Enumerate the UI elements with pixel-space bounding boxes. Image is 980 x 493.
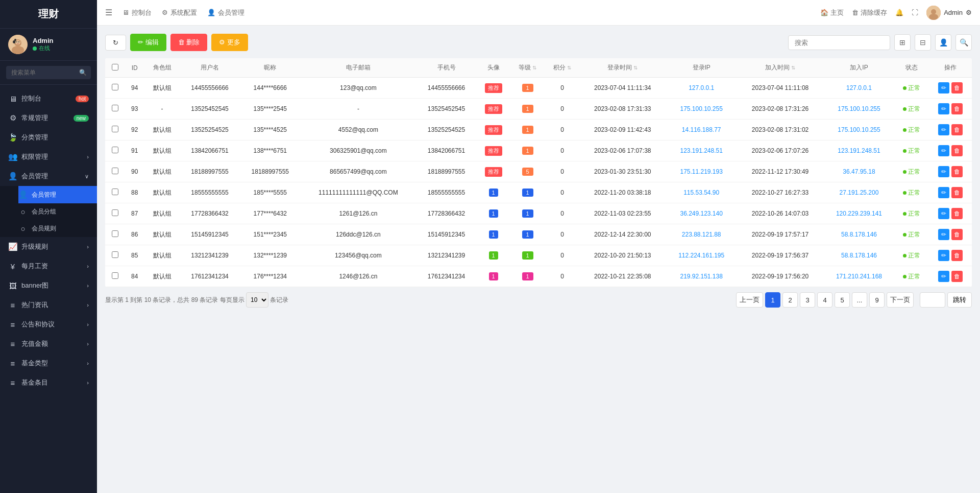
cell-login-ip: 127.0.0.1 (666, 78, 737, 99)
sidebar-item-category[interactable]: 🍃 分类管理 (0, 128, 97, 147)
sidebar-item-upgrade[interactable]: 📈 升级规则 › (0, 237, 97, 256)
row-edit-button[interactable]: ✏ (938, 229, 949, 240)
row-edit-button[interactable]: ✏ (938, 208, 949, 219)
sidebar-item-recharge[interactable]: ≡ 充值金额 › (0, 334, 97, 354)
sidebar-item-dashboard[interactable]: 🖥 控制台 hot (0, 89, 97, 108)
topnav-home-link[interactable]: 🏠 主页 (820, 8, 844, 17)
sidebar-item-member-rule[interactable]: ○ 会员规则 (18, 220, 97, 237)
score-sort-icon[interactable]: ⇅ (567, 65, 571, 71)
join-time-sort-icon[interactable]: ⇅ (791, 65, 795, 71)
page-2-button[interactable]: 2 (782, 292, 798, 308)
clear-cache-icon: 🗑 (852, 9, 859, 16)
cell-phone: 13525254525 (416, 120, 476, 140)
sidebar-item-permission[interactable]: 👥 权限管理 › (0, 147, 97, 167)
cell-action: ✏ 🗑 (928, 140, 972, 161)
row-checkbox[interactable] (112, 147, 118, 153)
cell-id: 84 (125, 266, 144, 287)
delete-button[interactable]: 🗑 删除 (170, 34, 208, 51)
row-edit-button[interactable]: ✏ (938, 103, 949, 114)
cell-role: 默认组 (144, 78, 180, 99)
level-sort-icon[interactable]: ⇅ (532, 65, 536, 71)
page-prev-button[interactable]: 上一页 (736, 292, 763, 308)
row-checkbox[interactable] (112, 272, 118, 279)
banner-arrow: › (87, 283, 89, 289)
page-3-button[interactable]: 3 (800, 292, 815, 308)
cell-join-ip: 120.229.239.141 (823, 203, 895, 224)
page-1-button[interactable]: 1 (765, 292, 780, 308)
topnav-fullscreen-link[interactable]: ⛶ (912, 9, 918, 16)
row-checkbox[interactable] (112, 251, 118, 258)
row-delete-button[interactable]: 🗑 (951, 271, 963, 282)
cell-level: 1 (510, 245, 545, 266)
row-edit-button[interactable]: ✏ (938, 271, 949, 282)
search-input[interactable] (788, 35, 890, 50)
cell-score: 0 (545, 78, 580, 99)
page-5-button[interactable]: 5 (835, 292, 850, 308)
menu-toggle-icon[interactable]: ☰ (105, 8, 112, 17)
edit-button[interactable]: ✏ 编辑 (130, 34, 166, 51)
row-checkbox[interactable] (112, 126, 118, 132)
sidebar-search-input[interactable] (6, 66, 91, 79)
page-9-button[interactable]: 9 (869, 292, 885, 308)
row-edit-button[interactable]: ✏ (938, 124, 949, 135)
row-edit-button[interactable]: ✏ (938, 166, 949, 177)
refresh-button[interactable]: ↻ (105, 35, 126, 51)
row-delete-button[interactable]: 🗑 (951, 187, 963, 198)
table-row: 92 默认组 13525254525 135****4525 4552@qq.c… (105, 120, 972, 140)
recharge-arrow: › (87, 341, 89, 347)
topnav-notify-link[interactable]: 🔔 (895, 9, 903, 16)
topnav-dashboard-link[interactable]: 🖥 控制台 (122, 8, 152, 17)
row-edit-button[interactable]: ✏ (938, 145, 949, 156)
row-edit-button[interactable]: ✏ (938, 82, 949, 93)
more-button[interactable]: ⚙ 更多 (211, 34, 248, 51)
row-checkbox[interactable] (112, 168, 118, 174)
category-icon: 🍃 (8, 133, 17, 142)
view-table-button[interactable]: ⊞ (894, 34, 911, 51)
topnav-clear-cache-link[interactable]: 🗑 清除缓存 (852, 8, 887, 17)
page-4-button[interactable]: 4 (817, 292, 832, 308)
row-delete-button[interactable]: 🗑 (951, 124, 963, 135)
search-button[interactable]: 🔍 (955, 34, 972, 51)
cell-status: 正常 (895, 266, 928, 287)
per-page-select[interactable]: 10 20 50 (246, 292, 268, 308)
cell-avatar: 推荐 (477, 161, 510, 182)
topnav-admin[interactable]: Admin ⚙ (926, 6, 972, 20)
cell-login-time: 2023-02-08 17:31:33 (580, 99, 666, 120)
sidebar-item-agreement[interactable]: ≡ 公告和协议 › (0, 315, 97, 334)
row-delete-button[interactable]: 🗑 (951, 166, 963, 177)
sidebar-item-fund-item[interactable]: ≡ 基金条目 › (0, 373, 97, 392)
cell-login-time: 2022-10-21 22:35:08 (580, 266, 666, 287)
page-goto-input[interactable] (920, 292, 945, 308)
row-checkbox[interactable] (112, 105, 118, 111)
topnav-member-link[interactable]: 👤 会员管理 (207, 8, 244, 17)
sidebar-item-member-group[interactable]: ○ 会员分组 (18, 203, 97, 220)
row-delete-button[interactable]: 🗑 (951, 229, 963, 240)
view-user-button[interactable]: 👤 (935, 34, 951, 51)
sidebar-item-fund-type[interactable]: ≡ 基金类型 › (0, 354, 97, 373)
row-checkbox[interactable] (112, 84, 118, 90)
cell-score: 0 (545, 161, 580, 182)
row-delete-button[interactable]: 🗑 (951, 103, 963, 114)
cell-email: - (300, 99, 416, 120)
sidebar-item-member[interactable]: 👤 会员管理 (18, 186, 97, 203)
select-all-checkbox[interactable] (112, 64, 118, 71)
sidebar-item-banner[interactable]: 🖼 banner图 › (0, 276, 97, 295)
sidebar-item-member-parent[interactable]: 👤 会员管理 ∨ (0, 167, 97, 186)
row-edit-button[interactable]: ✏ (938, 250, 949, 261)
row-checkbox[interactable] (112, 209, 118, 216)
row-delete-button[interactable]: 🗑 (951, 208, 963, 219)
view-grid-button[interactable]: ⊟ (915, 34, 931, 51)
row-edit-button[interactable]: ✏ (938, 187, 949, 198)
page-goto-button[interactable]: 跳转 (947, 292, 972, 308)
sidebar-item-salary[interactable]: ¥ 每月工资 › (0, 256, 97, 276)
sidebar-item-common[interactable]: ⚙ 常规管理 new (0, 108, 97, 128)
row-checkbox[interactable] (112, 230, 118, 237)
topnav-sysconfig-link[interactable]: ⚙ 系统配置 (162, 8, 197, 17)
login-time-sort-icon[interactable]: ⇅ (633, 65, 638, 71)
sidebar-item-news[interactable]: ≡ 热门资讯 › (0, 295, 97, 315)
row-checkbox[interactable] (112, 189, 118, 195)
row-delete-button[interactable]: 🗑 (951, 145, 963, 156)
row-delete-button[interactable]: 🗑 (951, 82, 963, 93)
row-delete-button[interactable]: 🗑 (951, 250, 963, 261)
page-next-button[interactable]: 下一页 (887, 292, 914, 308)
